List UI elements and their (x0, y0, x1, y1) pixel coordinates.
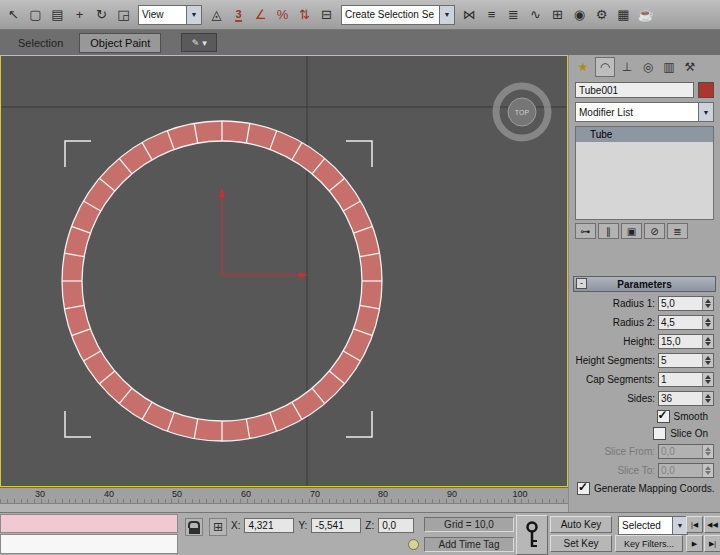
viewport-canvas[interactable]: TOP (1, 56, 567, 486)
render-setup-icon[interactable]: ⚙ (591, 4, 612, 26)
height-segments-spinner[interactable]: 5 (658, 353, 714, 368)
sides-spinner[interactable]: 36 (658, 391, 714, 406)
tube-object[interactable] (62, 121, 382, 441)
frame-tick: 30 (35, 489, 45, 499)
x-coordinate-field[interactable]: 4,321 (244, 518, 294, 533)
frame-tick: 70 (310, 489, 320, 499)
make-unique-icon[interactable]: ▣ (621, 223, 642, 239)
utilities-tab-icon[interactable]: ⚒ (681, 58, 699, 76)
maxscript-mini-listener[interactable] (0, 534, 178, 554)
y-coordinate-field[interactable]: -5,541 (311, 518, 361, 533)
z-coordinate-field[interactable]: 0,0 (378, 518, 414, 533)
view-cube-label: TOP (515, 109, 530, 116)
select-object-icon[interactable]: ↖ (3, 4, 24, 26)
previous-frame-button[interactable]: ◀◀ (704, 516, 720, 533)
slice-on-checkbox[interactable] (653, 427, 666, 440)
show-end-result-icon[interactable]: ∥ (598, 223, 619, 239)
curve-editor-icon[interactable]: ∿ (525, 4, 546, 26)
spinner-snap-icon[interactable]: ⇅ (294, 4, 315, 26)
tab-object-paint[interactable]: Object Paint (79, 33, 161, 53)
render-production-icon[interactable]: ☕ (635, 4, 656, 26)
chevron-down-icon[interactable]: ▼ (672, 517, 687, 534)
transform-gizmo[interactable] (219, 188, 308, 278)
key-filters-button[interactable]: Key Filters... (615, 535, 683, 552)
time-tag-icon (408, 539, 419, 550)
mirror-icon[interactable]: ⋈ (459, 4, 480, 26)
spinner-arrows-icon[interactable] (702, 354, 713, 367)
view-cube[interactable]: TOP (496, 86, 548, 138)
spinner-arrows-icon[interactable] (702, 316, 713, 329)
layer-manager-icon[interactable]: ≣ (503, 4, 524, 26)
top-viewport[interactable]: TOP (0, 55, 568, 487)
height-spinner[interactable]: 15,0 (658, 334, 714, 349)
display-tab-icon[interactable]: ▥ (660, 58, 678, 76)
select-and-scale-icon[interactable]: ◲ (113, 4, 134, 26)
radius2-spinner[interactable]: 4,5 (658, 315, 714, 330)
smooth-row: Smooth (569, 408, 720, 425)
rendered-frame-window-icon[interactable]: ▦ (613, 4, 634, 26)
motion-tab-icon[interactable]: ◎ (639, 58, 657, 76)
select-and-move-icon[interactable]: + (69, 4, 90, 26)
auto-key-button[interactable]: Auto Key (550, 516, 612, 533)
reference-coordinate-system-combo[interactable]: View ▼ (138, 5, 202, 25)
select-and-manipulate-icon[interactable]: ◬ (206, 4, 227, 26)
stack-item-tube[interactable]: Tube (576, 127, 713, 142)
named-selection-sets-value: Create Selection Se (342, 6, 439, 24)
rectangular-selection-region-icon[interactable]: ▢ (25, 4, 46, 26)
set-keys-button[interactable] (516, 515, 548, 555)
hierarchy-tab-icon[interactable]: ⊥ (618, 58, 636, 76)
object-paint-tool-button[interactable]: ✎ ▾ (181, 33, 217, 52)
go-to-start-button[interactable]: |◀ (686, 516, 703, 533)
create-tab-icon[interactable]: ★ (574, 58, 592, 76)
gizmo-y-arrow-icon (219, 188, 225, 197)
play-button[interactable]: ▶ (686, 535, 703, 552)
angle-snap-icon[interactable]: ∠ (250, 4, 271, 26)
collapse-rollout-icon[interactable]: - (576, 278, 587, 289)
object-name-field[interactable]: Tube001 (575, 82, 694, 98)
chevron-down-icon[interactable]: ▼ (698, 103, 713, 121)
radius1-spinner[interactable]: 5,0 (658, 296, 714, 311)
smooth-checkbox[interactable] (657, 410, 670, 423)
percent-snap-icon[interactable]: % (272, 4, 293, 26)
command-panel-tabs: ★ ◠ ⊥ ◎ ▥ ⚒ (569, 55, 720, 79)
generate-mapping-coords-checkbox[interactable] (577, 482, 590, 495)
add-time-tag-button[interactable]: Add Time Tag (424, 537, 514, 552)
tube-inner-edge (82, 141, 362, 421)
cap-segments-spinner[interactable]: 1 (658, 372, 714, 387)
snap-toggle-3d-icon[interactable]: 3 (228, 4, 249, 26)
remove-modifier-icon[interactable]: ⊘ (644, 223, 665, 239)
timeline-ruler[interactable]: 30 40 50 60 70 80 90 100 (0, 488, 568, 503)
spinner-arrows-icon[interactable] (702, 297, 713, 310)
named-selection-sets-combo[interactable]: Create Selection Se ▼ (341, 5, 455, 25)
timeline[interactable]: 30 40 50 60 70 80 90 100 (0, 487, 568, 512)
edit-named-selection-sets-icon[interactable]: ⊟ (316, 4, 337, 26)
go-to-end-button[interactable]: ▶| (704, 535, 720, 552)
pin-stack-icon[interactable]: ⊶ (575, 223, 596, 239)
schematic-view-icon[interactable]: ⊞ (547, 4, 568, 26)
slice-on-row: Slice On (569, 425, 720, 442)
maxscript-mini-listener-macro[interactable] (0, 514, 178, 533)
object-color-swatch[interactable] (698, 82, 714, 98)
material-editor-icon[interactable]: ◉ (569, 4, 590, 26)
spinner-arrows-icon (702, 464, 713, 477)
absolute-mode-toggle[interactable]: ⊞ (209, 518, 227, 536)
select-by-name-icon[interactable]: ▤ (47, 4, 68, 26)
align-icon[interactable]: ≡ (481, 4, 502, 26)
chevron-down-icon[interactable]: ▼ (186, 6, 201, 24)
set-key-button[interactable]: Set Key (550, 535, 612, 552)
select-and-rotate-icon[interactable]: ↻ (91, 4, 112, 26)
modifier-list-combo[interactable]: Modifier List ▼ (575, 102, 714, 122)
chevron-down-icon[interactable]: ▼ (439, 6, 454, 24)
slice-on-label: Slice On (670, 428, 708, 439)
selection-set-key-combo[interactable]: Selected ▼ (618, 516, 688, 535)
modify-tab-icon[interactable]: ◠ (595, 57, 615, 77)
spinner-arrows-icon[interactable] (702, 392, 713, 405)
modifier-stack[interactable]: Tube (575, 126, 714, 220)
tab-selection[interactable]: Selection (8, 34, 73, 52)
rollout-title: Parameters (617, 279, 671, 290)
spinner-arrows-icon[interactable] (702, 335, 713, 348)
parameters-rollout-header[interactable]: - Parameters (573, 276, 716, 292)
spinner-arrows-icon[interactable] (702, 373, 713, 386)
configure-modifier-sets-icon[interactable]: ≣ (667, 223, 688, 239)
selection-lock-toggle[interactable] (185, 518, 203, 536)
